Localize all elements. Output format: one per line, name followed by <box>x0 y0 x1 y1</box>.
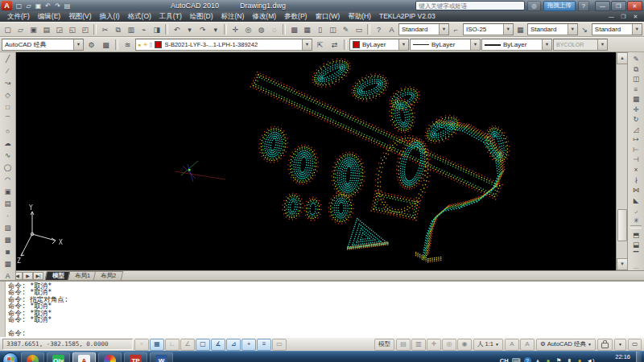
break-icon[interactable]: ∤ <box>630 175 643 185</box>
table-icon[interactable]: ▦ <box>1 258 14 270</box>
match-properties-icon[interactable]: ⌁ <box>138 23 150 36</box>
paste-icon[interactable]: ▥ <box>125 23 137 36</box>
vertical-scrollbar[interactable]: ▲ ▼ <box>616 52 628 270</box>
menu-item-11[interactable]: 帮助(H) <box>344 11 375 22</box>
close-button[interactable]: ✕ <box>627 1 642 11</box>
autocad-logo-icon[interactable]: A <box>2 1 12 10</box>
scroll-thumb[interactable] <box>617 209 627 241</box>
circle-icon[interactable]: ○ <box>1 125 14 138</box>
zoom-realtime-icon[interactable]: ◎ <box>242 23 254 36</box>
update-icon[interactable]: ● <box>576 357 584 362</box>
search-input[interactable] <box>415 1 525 10</box>
workspace-settings-icon[interactable]: ⚙ <box>85 39 98 51</box>
zoom-previous-icon[interactable]: ◌ <box>268 23 280 36</box>
qat-undo-icon[interactable]: ↶ <box>43 2 52 10</box>
draworder-above-icon[interactable]: ▔ <box>630 249 643 260</box>
pan-status-icon[interactable]: ✛ <box>427 339 441 351</box>
qat-save-icon[interactable]: ▣ <box>34 2 43 10</box>
chevron-down-icon[interactable]: ▼ <box>439 24 448 35</box>
help-button[interactable]: ? <box>578 1 589 11</box>
menu-item-12[interactable]: TEKLA2PIP V2.03 <box>375 11 440 22</box>
cut-icon[interactable]: ✂ <box>99 23 111 36</box>
qat-plot-icon[interactable]: ▤ <box>63 2 72 10</box>
fillet-icon[interactable]: ◞ <box>630 204 643 215</box>
lineweight-combo[interactable]: ByLayer ▼ <box>481 39 552 51</box>
quick-view-layouts-icon[interactable]: ▤ <box>396 339 411 351</box>
markup-icon[interactable]: ✎ <box>340 23 352 36</box>
lwt-toggle[interactable]: ≡ <box>257 339 271 351</box>
break-point-icon[interactable]: × <box>630 164 643 175</box>
3ddwf-icon[interactable]: ◰ <box>79 23 91 36</box>
designcenter-icon[interactable]: ▦ <box>301 23 313 36</box>
stretch-icon[interactable]: ↦ <box>630 134 643 144</box>
color-combo[interactable]: ByLayer ▼ <box>349 39 409 51</box>
region-icon[interactable]: ◙ <box>1 246 14 258</box>
qp-toggle[interactable]: ▭ <box>272 339 287 351</box>
minimize-button[interactable]: — <box>595 1 610 11</box>
layer-freeze-icon[interactable]: ☀ <box>142 40 147 49</box>
dyn-toggle[interactable]: + <box>242 339 256 351</box>
start-button[interactable] <box>2 352 19 362</box>
chevron-down-icon[interactable]: ▼ <box>398 39 408 50</box>
taskbar-app-autocad[interactable]: A <box>72 352 96 362</box>
annotation-scale-button[interactable]: 人 1:1▼ <box>473 339 503 351</box>
save-icon[interactable]: ▣ <box>27 23 39 36</box>
workspace-switch-button[interactable]: ⚙ AutoCAD 经典 ▼ <box>536 339 596 351</box>
copy-icon[interactable]: ⧉ <box>112 23 124 36</box>
toolbar-lock-button[interactable] <box>597 339 613 351</box>
workspace-combo[interactable]: AutoCAD 经典 ▼ <box>2 39 84 51</box>
menu-item-8[interactable]: 修改(M) <box>248 11 280 22</box>
safe-remove-icon[interactable]: ● <box>545 357 552 362</box>
plot-preview-icon[interactable]: ◲ <box>53 23 65 36</box>
snap-toggle[interactable]: ▫ <box>134 339 149 351</box>
menu-item-1[interactable]: 编辑(E) <box>34 11 64 22</box>
menu-item-4[interactable]: 格式(O) <box>124 11 155 22</box>
scroll-down-icon[interactable]: ▼ <box>617 258 628 270</box>
language-indicator[interactable]: CH <box>500 357 509 362</box>
menu-item-3[interactable]: 插入(I) <box>96 11 124 22</box>
mirror-icon[interactable]: ◫ <box>630 73 643 84</box>
quickcalc-icon[interactable]: ▭ <box>353 23 365 36</box>
text-style-combo[interactable]: Standard▼ <box>398 23 449 35</box>
doc-close-button[interactable]: ✕ <box>630 14 641 20</box>
next-tab-icon[interactable]: ▶ <box>23 272 33 280</box>
grid-toggle[interactable]: ▦ <box>150 339 164 351</box>
upload-button[interactable]: 拖拽上传 <box>543 1 576 11</box>
taskbar-app-word[interactable]: W <box>150 352 173 362</box>
layer-lock-icon[interactable]: ▯ <box>150 40 153 49</box>
table-style-combo[interactable]: Standard▼ <box>527 23 578 35</box>
annotation-autoscale-icon[interactable]: A <box>520 339 535 351</box>
action-center-icon[interactable]: ⚑ <box>555 357 563 362</box>
taskbar-app-player[interactable]: TP <box>124 352 147 362</box>
pan-icon[interactable]: ✛ <box>229 23 242 36</box>
open-icon[interactable]: ▱ <box>14 23 27 36</box>
publish-icon[interactable]: ◱ <box>66 23 78 36</box>
otrack-toggle[interactable]: ∡ <box>211 339 225 351</box>
make-layer-current-icon[interactable]: ⇱ <box>313 39 327 51</box>
communication-center-icon[interactable]: ◎ <box>527 1 541 11</box>
model-space-button[interactable]: 模型 <box>374 339 394 351</box>
arc-icon[interactable]: ⌒ <box>1 113 14 125</box>
linetype-combo[interactable]: ByLayer ▼ <box>410 39 481 51</box>
workspace-save-icon[interactable]: ▩ <box>99 39 113 51</box>
doc-restore-button[interactable]: ❐ <box>618 14 629 20</box>
keyboard-tray-icon[interactable]: ⌨ <box>512 357 521 362</box>
insert-block-icon[interactable]: ▣ <box>1 186 14 198</box>
explode-icon[interactable]: ✳ <box>630 215 643 225</box>
dim-style-combo-icon[interactable]: ⌐ <box>450 23 462 36</box>
clean-screen-button[interactable]: ▭ <box>628 339 642 351</box>
plot-icon[interactable]: ▤ <box>40 23 52 36</box>
new-icon[interactable]: ▢ <box>2 23 14 36</box>
scale-icon[interactable]: ◿ <box>630 124 643 134</box>
polyline-icon[interactable]: ↝ <box>1 77 14 89</box>
sheetset-icon[interactable]: ◫ <box>327 23 339 36</box>
qat-new-icon[interactable]: ▢ <box>14 2 23 10</box>
redo-arrow-icon[interactable]: ▾ <box>209 23 221 36</box>
chevron-down-icon[interactable]: ▼ <box>73 39 83 50</box>
draworder-under-icon[interactable]: ▁ <box>630 260 643 270</box>
steering-wheel-icon[interactable]: ◉ <box>457 339 472 351</box>
properties-icon[interactable]: ▩ <box>288 23 300 36</box>
qat-open-icon[interactable]: ▱ <box>24 2 33 10</box>
help-icon[interactable]: ? <box>373 23 385 36</box>
ortho-toggle[interactable]: ∟ <box>165 339 180 351</box>
